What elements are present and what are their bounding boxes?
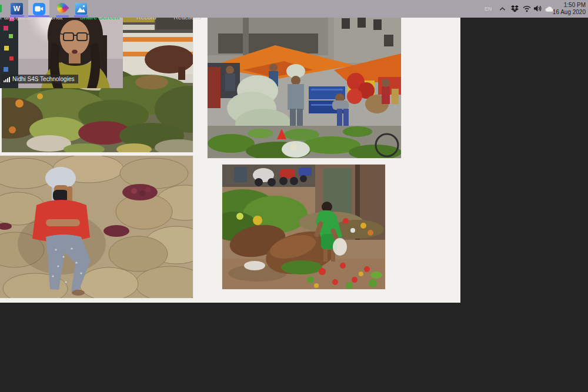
photo-man-on-onion-sacks	[0, 156, 193, 298]
photos-mountain-icon	[75, 3, 87, 15]
network-signal-icon	[4, 77, 10, 82]
zoom-camera-icon	[33, 3, 45, 15]
zoom-meeting-window: You are viewing Nidhi S4S Technologies' …	[0, 0, 588, 392]
paint3d-taskbar-icon[interactable]	[55, 1, 69, 15]
word-active-underline	[10, 15, 24, 17]
clock-time: 1:50 PM	[549, 2, 586, 9]
taskbar-clock[interactable]: 1:50 PM 16 Aug 2020	[549, 2, 586, 16]
participant-name-label: Nidhi S4S Technologies	[1, 75, 78, 83]
clock-date: 16 Aug 2020	[549, 9, 586, 16]
zoom-active-underline	[28, 15, 49, 17]
woman-collecting-image	[222, 165, 385, 289]
wifi-icon[interactable]	[523, 5, 531, 12]
man-on-sacks-image	[0, 156, 193, 298]
word-logo-glyph: W	[14, 5, 20, 13]
photo-woman-collecting-refuse	[222, 165, 385, 289]
taskbar-edge-icon[interactable]	[0, 5, 2, 12]
participant-name-text: Nidhi S4S Technologies	[12, 76, 74, 82]
paint3d-active-underline	[56, 15, 69, 17]
chevron-up-icon[interactable]	[499, 6, 506, 11]
volume-icon[interactable]	[533, 5, 542, 12]
vegetable-market-image	[208, 11, 401, 158]
photos-taskbar-icon[interactable]	[75, 3, 87, 15]
language-indicator[interactable]: EN	[485, 6, 492, 12]
dropbox-icon[interactable]	[511, 5, 519, 12]
windows-taskbar: W EN	[0, 0, 588, 18]
photo-vegetable-market	[208, 11, 401, 158]
photos-active-underline	[74, 15, 88, 17]
word-taskbar-icon[interactable]: W	[11, 3, 23, 15]
